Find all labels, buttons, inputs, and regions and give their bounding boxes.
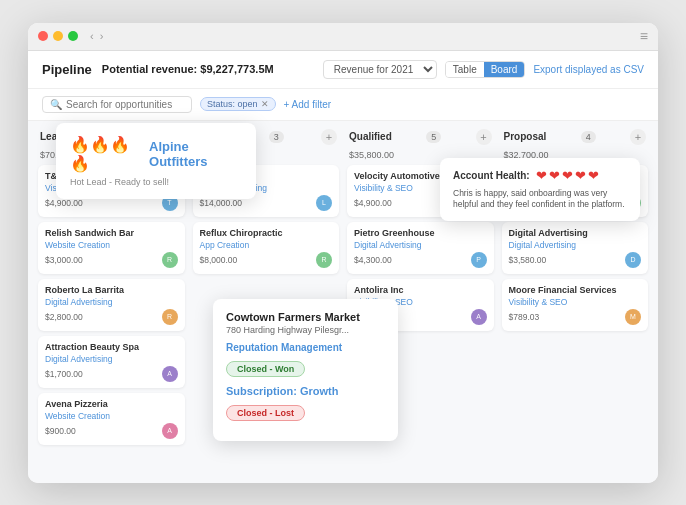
avatar: R — [162, 309, 178, 325]
list-item[interactable]: Digital Advertising Digital Advertising … — [502, 222, 649, 274]
closed-won-badge: Closed - Won — [226, 361, 305, 377]
header-right: Revenue for 2021 Table Board Export disp… — [323, 60, 644, 79]
reputation-management-label: Reputation Management — [226, 342, 385, 353]
table-view-button[interactable]: Table — [446, 62, 484, 77]
avatar: R — [316, 252, 332, 268]
remove-filter-icon[interactable]: ✕ — [261, 99, 269, 109]
potential-revenue: Potential revenue: $9,227,773.5M — [102, 63, 274, 75]
avatar: M — [625, 309, 641, 325]
avatar: R — [162, 252, 178, 268]
dot-yellow[interactable] — [53, 31, 63, 41]
avatar: P — [471, 252, 487, 268]
back-arrow-icon[interactable]: ‹ — [90, 30, 94, 42]
account-health-popup: Account Health: ❤ ❤ ❤ ❤ ❤ Chris is happy… — [440, 158, 640, 222]
col-count-qualified: 5 — [426, 131, 441, 143]
heart-4: ❤ — [575, 168, 586, 183]
col-add-contact[interactable]: + — [321, 129, 337, 145]
search-icon: 🔍 — [50, 99, 62, 110]
col-header-qualified: Qualified 5 + — [347, 129, 494, 145]
view-toggle: Table Board — [445, 61, 526, 78]
avatar: A — [162, 423, 178, 439]
search-box: 🔍 — [42, 96, 192, 113]
alpine-logo: 🔥🔥🔥🔥 Alpine Outfitters — [70, 135, 242, 173]
list-item[interactable]: Avena Pizzeria Website Creation $900.00A — [38, 393, 185, 445]
col-add-proposal[interactable]: + — [630, 129, 646, 145]
list-item[interactable]: Roberto La Barrita Digital Advertising $… — [38, 279, 185, 331]
search-input[interactable] — [66, 99, 184, 110]
fire-icon: 🔥🔥🔥🔥 — [70, 135, 143, 173]
revenue-year-select[interactable]: Revenue for 2021 — [323, 60, 437, 79]
health-title: Account Health: — [453, 170, 530, 181]
health-header: Account Health: ❤ ❤ ❤ ❤ ❤ — [453, 168, 627, 183]
forward-arrow-icon[interactable]: › — [100, 30, 104, 42]
browser-titlebar: ‹ › ≡ — [28, 23, 658, 51]
board-view-button[interactable]: Board — [484, 62, 525, 77]
list-item[interactable]: Reflux Chiropractic App Creation $8,000.… — [193, 222, 340, 274]
alpine-name: Alpine Outfitters — [149, 139, 242, 169]
list-item[interactable]: Pietro Greenhouse Digital Advertising $4… — [347, 222, 494, 274]
cowtown-popup: Cowtown Farmers Market 780 Harding Highw… — [213, 299, 398, 441]
toolbar: 🔍 Status: open ✕ + Add filter — [28, 89, 658, 121]
app-header: Pipeline Potential revenue: $9,227,773.5… — [28, 51, 658, 89]
col-title-qualified: Qualified — [349, 131, 392, 142]
export-csv-button[interactable]: Export displayed as CSV — [533, 64, 644, 75]
browser-window: ‹ › ≡ Pipeline Potential revenue: $9,227… — [28, 23, 658, 483]
avatar: A — [162, 366, 178, 382]
col-count-contact: 3 — [269, 131, 284, 143]
dot-green[interactable] — [68, 31, 78, 41]
heart-5: ❤ — [588, 168, 599, 183]
closed-lost-badge: Closed - Lost — [226, 405, 305, 421]
browser-dots — [38, 31, 78, 41]
heart-3: ❤ — [562, 168, 573, 183]
cowtown-address: 780 Harding Highway Pilesgr... — [226, 325, 385, 335]
col-title-proposal: Proposal — [504, 131, 547, 142]
heart-2: ❤ — [549, 168, 560, 183]
subscription-label: Subscription: Growth — [226, 385, 385, 397]
col-add-qualified[interactable]: + — [476, 129, 492, 145]
heart-1: ❤ — [536, 168, 547, 183]
avatar: D — [625, 252, 641, 268]
dot-red[interactable] — [38, 31, 48, 41]
alpine-outfitters-popup: 🔥🔥🔥🔥 Alpine Outfitters Hot Lead - Ready … — [56, 123, 256, 199]
pipeline-label: Pipeline — [42, 62, 92, 77]
col-count-proposal: 4 — [581, 131, 596, 143]
avatar: L — [316, 195, 332, 211]
list-item[interactable]: Moore Financial Services Visibility & SE… — [502, 279, 649, 331]
list-item[interactable]: Attraction Beauty Spa Digital Advertisin… — [38, 336, 185, 388]
hearts: ❤ ❤ ❤ ❤ ❤ — [536, 168, 599, 183]
cowtown-name: Cowtown Farmers Market — [226, 311, 385, 323]
add-filter-button[interactable]: + Add filter — [284, 99, 332, 110]
avatar: A — [471, 309, 487, 325]
browser-menu-icon[interactable]: ≡ — [640, 28, 648, 44]
browser-nav: ‹ › — [90, 30, 103, 42]
list-item[interactable]: Relish Sandwich Bar Website Creation $3,… — [38, 222, 185, 274]
alpine-tagline: Hot Lead - Ready to sell! — [70, 177, 242, 187]
status-filter-badge[interactable]: Status: open ✕ — [200, 97, 276, 111]
health-text: Chris is happy, said onboarding was very… — [453, 188, 627, 212]
col-header-proposal: Proposal 4 + — [502, 129, 649, 145]
